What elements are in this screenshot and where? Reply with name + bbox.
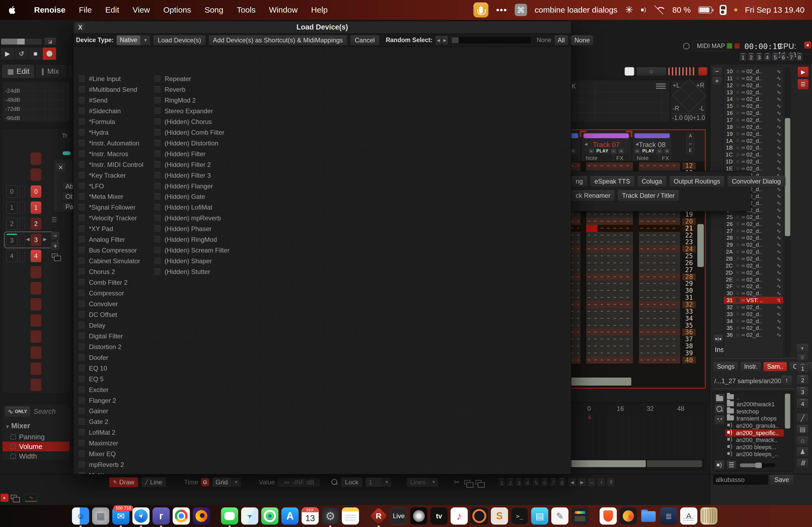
pattern-block[interactable]: [31, 152, 41, 165]
device-checkbox[interactable]: [78, 75, 85, 82]
toolbar-preset-button[interactable]: 7: [550, 478, 557, 486]
play-button[interactable]: ▶: [1, 47, 14, 60]
dock-icon-trash[interactable]: [700, 508, 717, 525]
automation-item-width[interactable]: Width: [2, 451, 70, 461]
sequence-position[interactable]: 1: [6, 201, 17, 214]
add-column-button[interactable]: +: [665, 149, 669, 153]
instrument-row[interactable]: 29∞02_d..∿: [724, 241, 783, 248]
nav-left-icon[interactable]: ◀: [568, 478, 576, 486]
device-label[interactable]: mpReverb 2: [89, 461, 124, 468]
device-checkbox[interactable]: [78, 332, 85, 340]
step-preset-button[interactable]: 3: [796, 387, 809, 396]
toolbar-preset-button[interactable]: 4: [524, 478, 531, 486]
sequence-position[interactable]: 3: [6, 234, 17, 246]
instrument-row[interactable]: 10∞02_d..∿: [724, 68, 783, 75]
pattern-row[interactable]: 28: [554, 273, 705, 281]
device-label[interactable]: Maximizer: [89, 439, 118, 447]
device-checkbox[interactable]: [154, 129, 161, 136]
instrument-row[interactable]: 14∞02_d..∿: [724, 95, 783, 103]
instrument-checkbox[interactable]: [736, 333, 740, 337]
menu-options[interactable]: Options: [157, 5, 198, 15]
instrument-row[interactable]: 28∞02_d..∿: [724, 234, 783, 241]
device-checkbox[interactable]: [78, 386, 85, 393]
instrument-checkbox[interactable]: [736, 160, 740, 164]
device-label[interactable]: *XY Pad: [89, 225, 113, 232]
instrument-checkbox[interactable]: [736, 305, 740, 309]
tab-samples[interactable]: Sam..: [764, 362, 787, 371]
select-all-button[interactable]: All: [554, 35, 568, 45]
pattern-block[interactable]: [31, 298, 41, 311]
instrument-row[interactable]: 2A∞02_d..∿: [724, 248, 783, 255]
dock-icon-cyan-app[interactable]: ▤: [531, 508, 548, 525]
instrument-remove-button[interactable]: −: [712, 67, 722, 76]
pattern-row[interactable]: 23: [554, 239, 705, 245]
value-display[interactable]: ◀ ▶-INF dB: [277, 477, 320, 487]
device-checkbox[interactable]: [78, 161, 85, 168]
device-label[interactable]: Chorus 2: [89, 268, 115, 275]
prehear-volume-slider[interactable]: [740, 463, 775, 467]
device-checkbox[interactable]: [78, 439, 85, 447]
instrument-checkbox[interactable]: [736, 83, 740, 87]
device-checkbox[interactable]: [78, 172, 85, 179]
device-checkbox[interactable]: [154, 96, 161, 104]
track-scroll-widget[interactable]: A↔E: [686, 132, 694, 154]
device-label[interactable]: *Hydra: [89, 129, 108, 136]
menu-file[interactable]: File: [72, 5, 99, 15]
pattern-vscrollbar[interactable]: [697, 224, 704, 267]
device-label[interactable]: *Instr. Automation: [89, 139, 139, 147]
toolbar-preset-button[interactable]: 6: [541, 478, 548, 486]
instrument-checkbox[interactable]: [736, 229, 740, 233]
control-center-icon[interactable]: [720, 5, 727, 15]
corner-red-button[interactable]: ▸: [1, 494, 9, 502]
device-checkbox[interactable]: [78, 279, 85, 286]
pattern-row[interactable]: 36: [554, 329, 705, 336]
device-label[interactable]: Bus Compressor: [89, 246, 137, 254]
device-type-dropdown[interactable]: Native▼: [116, 35, 150, 45]
select-none-button[interactable]: None: [571, 35, 593, 45]
device-label[interactable]: Compressor: [89, 289, 124, 297]
seq-add-button[interactable]: +: [51, 242, 60, 250]
device-checkbox[interactable]: [78, 289, 85, 297]
device-checkbox[interactable]: [78, 257, 85, 265]
instrument-row[interactable]: 32∞02_d..∿: [724, 304, 783, 311]
tab-instr[interactable]: Instr.: [740, 362, 761, 371]
cancel-button[interactable]: Cancel: [350, 35, 379, 45]
sequence-mute-box[interactable]: [19, 250, 25, 262]
dock-icon-find-my[interactable]: [261, 508, 278, 525]
dock-icon-maps[interactable]: [241, 508, 258, 525]
device-checkbox[interactable]: [154, 268, 161, 275]
instrument-checkbox[interactable]: [736, 70, 740, 74]
device-checkbox[interactable]: [154, 75, 161, 82]
search-input[interactable]: [33, 407, 69, 416]
workspace-preset-button[interactable]: 6: [780, 52, 787, 61]
pattern-block[interactable]: [31, 330, 41, 343]
automation-wave-button[interactable]: ∿: [25, 494, 38, 502]
instrument-row[interactable]: 2C∞02_d..∿: [724, 262, 783, 269]
instrument-checkbox[interactable]: [736, 146, 740, 150]
random-slider[interactable]: [451, 36, 532, 44]
seq-remove-button[interactable]: −: [51, 231, 60, 240]
drive-button[interactable]: ▤: [796, 424, 809, 434]
device-label[interactable]: Multitap: [89, 472, 112, 474]
instrument-row[interactable]: 13∞02_d..∿: [724, 89, 783, 96]
dots-grid-icon[interactable]: ⠿: [607, 478, 615, 486]
checkbox[interactable]: [11, 453, 16, 459]
loop-button[interactable]: ↺: [14, 47, 28, 60]
device-label[interactable]: *Instr. MIDI Control: [89, 161, 143, 168]
pattern-block[interactable]: [31, 266, 41, 278]
volume-icon[interactable]: [641, 7, 647, 13]
instrument-row[interactable]: 34∞02_d..∿: [724, 318, 783, 325]
file-row[interactable]: an200_thwack..: [725, 437, 784, 444]
pattern-row[interactable]: 22: [554, 232, 705, 239]
instrument-row[interactable]: 2D∞02_d..∿: [724, 269, 783, 276]
properties-dropdown[interactable]: ▼: [796, 344, 809, 353]
sample-list-button[interactable]: ☰: [798, 79, 809, 90]
pattern-row[interactable]: 19: [554, 211, 705, 218]
pattern-row[interactable]: 29: [554, 280, 705, 287]
device-label[interactable]: (Hidden) Shaper: [164, 257, 212, 265]
track-play-button[interactable]: PLAY: [642, 149, 654, 153]
mixer-group[interactable]: ▼ Mixer: [5, 422, 30, 430]
pattern-block[interactable]: 0: [31, 185, 41, 198]
step-preset-button[interactable]: 2: [796, 375, 809, 385]
track-name[interactable]: Track 08: [633, 140, 671, 149]
